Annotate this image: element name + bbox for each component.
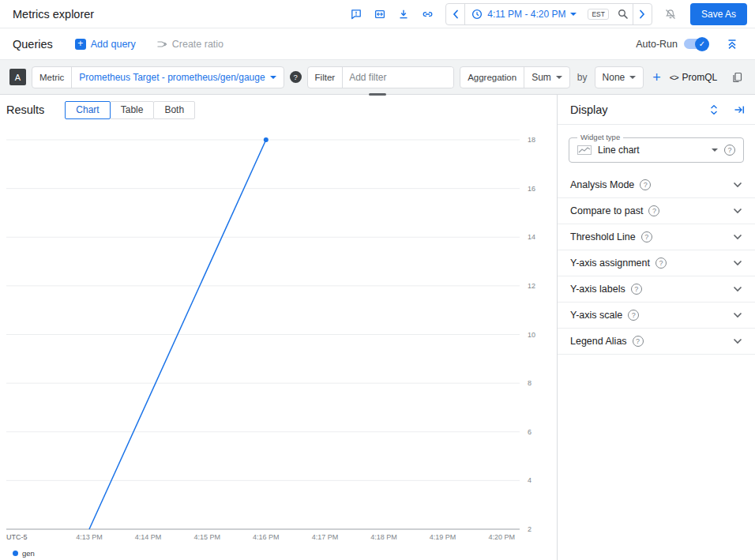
svg-text:4:16 PM: 4:16 PM (253, 533, 280, 541)
page-title: Metrics explorer (13, 8, 94, 21)
display-section-y-axis-scale[interactable]: Y-axis scale ? (558, 303, 755, 329)
collapse-panel-icon[interactable] (731, 102, 747, 118)
chevron-down-icon (733, 260, 742, 266)
help-icon[interactable]: ? (628, 310, 639, 321)
create-ratio-button[interactable]: Create ratio (156, 39, 223, 50)
svg-text:4:19 PM: 4:19 PM (430, 533, 456, 541)
svg-text:12: 12 (528, 282, 535, 290)
display-section-legend-alias[interactable]: Legend Alias ? (558, 329, 755, 355)
chevron-down-icon (733, 208, 742, 214)
svg-text:4:18 PM: 4:18 PM (370, 533, 397, 541)
svg-text:4:17 PM: 4:17 PM (312, 533, 339, 541)
svg-text:16: 16 (528, 185, 535, 193)
add-query-button[interactable]: + Add query (75, 39, 136, 50)
aggregation-control: Aggregation Sum (460, 66, 570, 88)
chevron-down-icon (733, 234, 742, 240)
query-letter-chip: A (9, 69, 26, 85)
widget-type-value: Line chart (598, 145, 705, 156)
widget-type-label: Widget type (577, 133, 623, 141)
filter-control: Filter (307, 66, 455, 88)
widget-type-select[interactable]: Widget type Line chart ? (569, 137, 744, 163)
help-icon[interactable]: ? (648, 205, 659, 216)
download-icon[interactable] (393, 4, 414, 24)
time-range-selector[interactable]: 4:11 PM - 4:20 PM (465, 9, 583, 20)
svg-text:4:14 PM: 4:14 PM (135, 533, 162, 541)
time-range-value: 4:11 PM - 4:20 PM (487, 9, 565, 20)
metric-label: Metric (32, 67, 72, 88)
display-panel: Display Widget type Line chart ? Analysi… (557, 95, 755, 560)
caret-down-icon (556, 76, 562, 79)
bell-off-icon[interactable] (660, 4, 681, 24)
tab-chart[interactable]: Chart (65, 101, 110, 119)
series-color-dot (13, 551, 18, 556)
help-icon[interactable]: ? (631, 284, 642, 295)
chevron-down-icon (733, 286, 742, 292)
clock-icon (471, 9, 483, 20)
metric-dropdown[interactable]: Prometheus Target - prometheus/gen/gauge (72, 72, 283, 83)
chevron-down-icon (733, 182, 742, 188)
widget-type-help-icon[interactable]: ? (724, 145, 735, 156)
aggregation-dropdown[interactable]: Sum (524, 72, 569, 83)
group-by-control: None (595, 66, 644, 88)
time-range-control: 4:11 PM - 4:20 PM EST (445, 3, 652, 25)
panel-resize-handle[interactable] (369, 93, 386, 96)
tab-both[interactable]: Both (153, 101, 195, 119)
caret-down-icon (270, 76, 276, 79)
embed-chart-icon[interactable] (370, 4, 390, 24)
aggregation-label: Aggregation (460, 67, 524, 88)
svg-text:4:20 PM: 4:20 PM (488, 533, 515, 541)
feedback-icon[interactable] (346, 4, 366, 24)
queries-title: Queries (13, 38, 53, 51)
create-ratio-icon (156, 39, 167, 49)
display-section-y-axis-labels[interactable]: Y-axis labels ? (558, 276, 755, 303)
add-icon: + (75, 39, 86, 50)
timezone-badge[interactable]: EST (588, 9, 609, 20)
svg-text:4:13 PM: 4:13 PM (76, 533, 103, 541)
chevron-down-icon (733, 312, 742, 318)
caret-down-icon (712, 148, 718, 152)
svg-text:2: 2 (528, 525, 532, 533)
display-section-y-axis-assignment[interactable]: Y-axis assignment ? (558, 250, 755, 276)
unfold-sections-icon[interactable] (706, 102, 722, 118)
link-icon[interactable] (417, 4, 438, 24)
auto-run-label: Auto-Run (636, 39, 678, 50)
line-chart[interactable]: 246810121416184:13 PM4:14 PM4:15 PM4:16 … (0, 125, 557, 546)
query-builder-row: A Metric Prometheus Target - prometheus/… (0, 60, 755, 95)
svg-text:6: 6 (528, 428, 532, 436)
display-section-threshold-line[interactable]: Threshold Line ? (558, 224, 755, 250)
svg-text:14: 14 (528, 233, 535, 241)
series-name: gen (22, 549, 35, 558)
copy-icon[interactable] (727, 67, 747, 88)
results-title: Results (6, 103, 44, 116)
time-back-button[interactable] (446, 4, 465, 24)
group-by-dropdown[interactable]: None (595, 72, 644, 83)
display-section-compare-to-past[interactable]: Compare to past ? (558, 198, 755, 224)
auto-run-toggle[interactable]: Auto-Run ✓ (636, 39, 708, 50)
by-label: by (576, 72, 589, 83)
help-icon[interactable]: ? (633, 336, 644, 347)
zoom-icon[interactable] (614, 4, 633, 24)
collapse-up-icon[interactable] (722, 34, 742, 54)
help-icon[interactable]: ? (655, 257, 667, 269)
line-chart-icon (577, 145, 592, 155)
display-section-analysis-mode[interactable]: Analysis Mode ? (558, 172, 755, 198)
save-as-button[interactable]: Save As (690, 3, 747, 25)
filter-input[interactable] (343, 67, 453, 88)
time-forward-button[interactable] (633, 4, 652, 24)
svg-text:4: 4 (528, 476, 532, 484)
help-icon[interactable]: ? (641, 231, 652, 242)
chart-legend-item[interactable]: gen (0, 546, 557, 560)
display-panel-title: Display (570, 103, 608, 116)
tab-table[interactable]: Table (110, 101, 155, 119)
toggle-knob: ✓ (695, 37, 709, 51)
help-icon[interactable]: ? (640, 179, 651, 190)
toggle-track: ✓ (684, 39, 708, 49)
caret-down-icon (629, 76, 636, 79)
queries-bar: Queries + Add query Create ratio Auto-Ru… (0, 28, 755, 60)
top-app-bar: Metrics explorer 4:11 PM - 4:20 PM (0, 0, 755, 28)
metric-help-icon[interactable]: ? (290, 71, 302, 83)
svg-text:18: 18 (528, 136, 535, 144)
add-aggregation-button[interactable]: + (649, 70, 664, 85)
promql-button[interactable]: <> PromQL (670, 72, 718, 83)
results-view-tabs: Chart Table Both (65, 101, 195, 119)
